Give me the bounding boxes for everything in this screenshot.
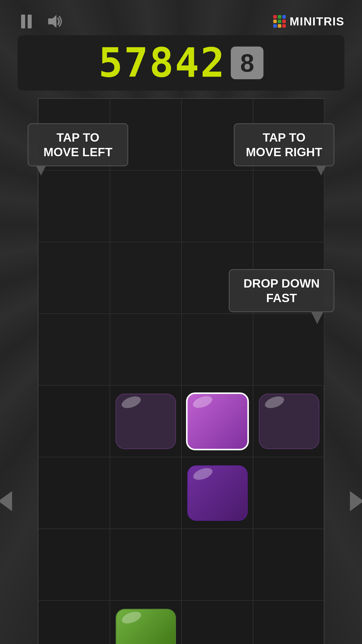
grid-cell: [38, 529, 110, 600]
sound-button[interactable]: [45, 13, 63, 30]
score-panel: 57842 8: [18, 35, 344, 91]
grid-cell: [182, 600, 253, 644]
grid-cell: [110, 529, 182, 600]
top-bar: MINITRIS: [0, 0, 362, 35]
grid-cell: [253, 170, 325, 242]
grid-cell: [182, 170, 253, 242]
ghost-block-left: [116, 394, 176, 449]
grid-cell: [110, 457, 182, 529]
tooltip-move-right-text: TAP TOMOVE RIGHT: [243, 130, 325, 159]
grid-cell: [253, 314, 325, 385]
move-right-arrow[interactable]: [350, 491, 362, 511]
logo-icon: [273, 15, 286, 28]
tooltip-move-left-text: TAP TOMOVE LEFT: [37, 130, 119, 159]
grid-cell: [110, 600, 182, 644]
green-block: [116, 609, 176, 644]
tooltip-drop-text: DROP DOWNFAST: [238, 276, 325, 305]
grid-cell: [38, 242, 110, 314]
grid: [38, 98, 324, 644]
grid-cell: [253, 600, 325, 644]
grid-cell: [38, 314, 110, 385]
grid-cell: [182, 529, 253, 600]
grid-cell: [38, 170, 110, 242]
app-title: MINITRIS: [290, 15, 344, 28]
grid-cell: [110, 242, 182, 314]
tooltip-move-right[interactable]: TAP TOMOVE RIGHT: [234, 123, 334, 166]
tooltip-drop-down[interactable]: DROP DOWNFAST: [229, 269, 334, 312]
level-badge: 8: [231, 47, 263, 79]
grid-cell: [253, 457, 325, 529]
grid-cell: [38, 385, 110, 457]
tooltip-move-left[interactable]: TAP TOMOVE LEFT: [28, 123, 128, 166]
grid-cell: [38, 600, 110, 644]
ghost-block-right: [259, 394, 319, 449]
grid-cell: [182, 385, 253, 457]
game-area: TAP TOMOVE LEFT TAP TOMOVE RIGHT DROP DO…: [18, 98, 344, 644]
grid-cell: [253, 385, 325, 457]
purple-block-shadow: [187, 465, 248, 521]
grid-cell: [182, 457, 253, 529]
pause-button[interactable]: [18, 13, 35, 30]
move-left-arrow[interactable]: [0, 491, 12, 511]
grid-cell: [182, 314, 253, 385]
grid-cell: [110, 170, 182, 242]
svg-marker-0: [48, 15, 57, 28]
grid-cell: [110, 314, 182, 385]
logo-area: MINITRIS: [273, 15, 344, 28]
game-board: TAP TOMOVE LEFT TAP TOMOVE RIGHT DROP DO…: [38, 98, 324, 644]
score-value: 57842: [99, 43, 226, 83]
active-block: [186, 392, 249, 450]
grid-cell: [38, 457, 110, 529]
grid-cell: [110, 385, 182, 457]
grid-cell: [253, 529, 325, 600]
